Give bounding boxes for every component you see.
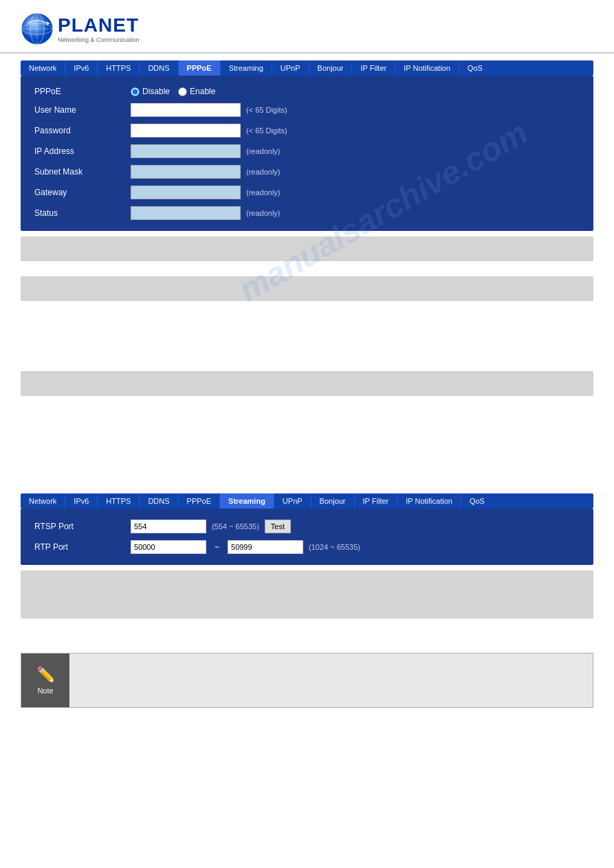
subnet-mask-row: Subnet Mask (readonly) [34,165,580,179]
subnet-readonly-hint: (readonly) [246,168,281,176]
nav-item-2-streaming[interactable]: Streaming [220,493,274,509]
ip-address-input [131,144,241,158]
nav-item-2-pppoe[interactable]: PPPoE [179,493,220,509]
nav-item-streaming[interactable]: Streaming [221,60,272,76]
nav-item-ipv6[interactable]: IPv6 [65,60,98,76]
gray-section-2 [21,276,593,301]
nav-item-2-ip_filter[interactable]: IP Filter [355,493,398,509]
ip-address-row: IP Address (readonly) [34,144,580,158]
password-row: Password (< 65 Digits) [34,124,580,137]
nav-item-2-ddns[interactable]: DDNS [140,493,178,509]
nav-item-2-ipv6[interactable]: IPv6 [65,493,98,509]
password-control: (< 65 Digits) [131,124,287,137]
nav-item-bonjour[interactable]: Bonjour [309,60,353,76]
nav-item-network[interactable]: Network [21,60,65,76]
note-box: ✏️ Note [21,653,593,708]
nav-item-2-ip_notification[interactable]: IP Notification [397,493,461,509]
gateway-control: (readonly) [131,186,281,199]
status-row: Status (readonly) [34,206,580,220]
gateway-input [131,186,241,199]
ip-address-label: IP Address [34,146,131,156]
username-row: User Name (< 65 Digits) [34,103,580,117]
logo-sub-text: Networking & Communication [58,36,140,43]
status-control: (readonly) [131,206,281,220]
ip-readonly-hint: (readonly) [246,147,281,155]
nav-item-ddns[interactable]: DDNS [140,60,178,76]
password-label: Password [34,126,131,135]
disable-radio-label[interactable]: Disable [131,87,170,96]
nav-item-2-bonjour[interactable]: Bonjour [311,493,355,509]
subnet-mask-input [131,165,241,179]
nav-item-2-https[interactable]: HTTPS [98,493,140,509]
rtsp-port-input[interactable] [131,520,206,533]
rtp-port-control: ~ (1024 ~ 65535) [131,540,360,554]
nav-item-qos[interactable]: QoS [459,60,491,76]
content-spacer-1 [0,316,614,371]
nav-item-ip_notification[interactable]: IP Notification [395,60,459,76]
header: PLANET Networking & Communication [0,0,614,54]
gray-section-3 [21,371,593,396]
status-readonly-hint: (readonly) [246,209,281,217]
subnet-mask-label: Subnet Mask [34,167,131,177]
rtp-port-row: RTP Port ~ (1024 ~ 65535) [34,540,580,554]
note-pencil-icon: ✏️ [36,666,55,684]
enable-radio[interactable] [178,87,187,96]
rtp-tilde: ~ [215,542,219,552]
enable-radio-label[interactable]: Enable [178,87,215,96]
rtp-port-min-input[interactable] [131,540,206,554]
rtp-port-label: RTP Port [34,542,131,552]
username-input[interactable] [131,103,241,117]
disable-label: Disable [142,87,170,96]
logo: PLANET Networking & Communication [21,12,593,45]
content-spacer-2 [0,411,614,493]
rtsp-port-control: (554 ~ 65535) Test [131,520,291,533]
password-hint: (< 65 Digits) [246,126,287,135]
nav-bar-1: NetworkIPv6HTTPSDDNSPPPoEStreamingUPnPBo… [21,60,593,76]
logo-text: PLANET Networking & Communication [58,14,140,43]
note-label: Note [37,687,53,695]
note-content [69,654,593,707]
nav-item-upnp[interactable]: UPnP [272,60,309,76]
nav-item-ip_filter[interactable]: IP Filter [352,60,395,76]
status-label: Status [34,208,131,218]
username-control: (< 65 Digits) [131,103,287,117]
test-button[interactable]: Test [265,520,291,533]
rtsp-port-hint: (554 ~ 65535) [212,522,259,531]
pppoe-radio-group[interactable]: Disable Enable [131,87,215,96]
logo-globe-icon [21,12,54,45]
pppoe-panel: PPPoE Disable Enable User Name (< 65 Dig… [21,76,593,231]
note-icon-area: ✏️ Note [21,654,69,707]
gray-section-4 [21,570,593,619]
rtp-port-max-input[interactable] [228,540,303,554]
gateway-label: Gateway [34,188,131,197]
nav-item-2-qos[interactable]: QoS [461,493,493,509]
gateway-readonly-hint: (readonly) [246,188,281,197]
subnet-mask-control: (readonly) [131,165,281,179]
gateway-row: Gateway (readonly) [34,186,580,199]
username-hint: (< 65 Digits) [246,106,287,114]
gray-section-1 [21,236,593,261]
rtsp-port-label: RTSP Port [34,522,131,531]
disable-radio[interactable] [131,87,140,96]
nav-item-pppoe[interactable]: PPPoE [179,60,221,76]
logo-planet-name: PLANET [58,14,139,36]
nav-item-2-upnp[interactable]: UPnP [274,493,311,509]
status-input [131,206,241,220]
ip-address-control: (readonly) [131,144,281,158]
nav-item-https[interactable]: HTTPS [98,60,140,76]
nav-bar-2: NetworkIPv6HTTPSDDNSPPPoEStreamingUPnPBo… [21,493,593,509]
streaming-panel: RTSP Port (554 ~ 65535) Test RTP Port ~ … [21,509,593,565]
rtp-port-hint: (1024 ~ 65535) [309,543,360,551]
nav-item-2-network[interactable]: Network [21,493,65,509]
username-label: User Name [34,105,131,115]
rtsp-port-row: RTSP Port (554 ~ 65535) Test [34,520,580,533]
password-input[interactable] [131,124,241,137]
pppoe-label: PPPoE [34,87,131,96]
pppoe-row: PPPoE Disable Enable [34,87,580,96]
enable-label: Enable [190,87,215,96]
